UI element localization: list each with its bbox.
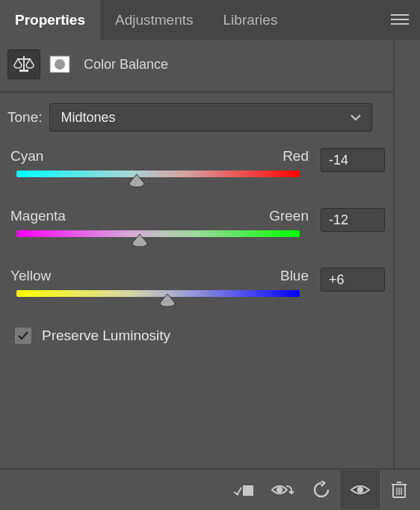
delete-button[interactable] bbox=[380, 470, 419, 509]
divider bbox=[0, 91, 420, 93]
layer-mask-icon-box[interactable] bbox=[46, 51, 73, 78]
adjustment-title: Color Balance bbox=[84, 57, 168, 73]
slider-thumb[interactable] bbox=[129, 174, 145, 191]
reset-icon bbox=[312, 481, 331, 499]
trash-icon bbox=[391, 481, 407, 499]
tab-properties[interactable]: Properties bbox=[0, 0, 100, 40]
svg-point-7 bbox=[55, 59, 65, 70]
mask-icon bbox=[49, 55, 71, 74]
panel-body: Tone: Midtones Cyan Red bbox=[0, 103, 420, 344]
tab-label: Adjustments bbox=[115, 12, 194, 28]
tab-label: Properties bbox=[15, 12, 85, 28]
slider-cyan-red: Cyan Red bbox=[7, 148, 385, 194]
slider-left-label: Magenta bbox=[10, 208, 66, 224]
visibility-button[interactable] bbox=[341, 470, 380, 509]
eye-icon bbox=[350, 482, 371, 497]
svg-rect-8 bbox=[243, 485, 253, 496]
adjustment-header: Color Balance bbox=[0, 40, 420, 91]
reset-button[interactable] bbox=[302, 470, 341, 509]
preserve-luminosity-row: Preserve Luminosity bbox=[15, 328, 413, 344]
svg-rect-5 bbox=[19, 70, 28, 72]
slider-yellow-blue: Yellow Blue bbox=[7, 268, 385, 314]
preserve-luminosity-checkbox[interactable] bbox=[15, 328, 31, 344]
svg-point-9 bbox=[277, 487, 282, 493]
view-previous-state-button[interactable] bbox=[263, 470, 302, 509]
chevron-down-icon bbox=[350, 114, 361, 121]
svg-rect-1 bbox=[391, 19, 409, 20]
tone-row: Tone: Midtones bbox=[7, 103, 413, 132]
panel-footer bbox=[0, 468, 420, 510]
clip-to-layer-button[interactable] bbox=[224, 470, 263, 509]
eye-toggle-icon bbox=[271, 482, 294, 498]
slider-right-label: Green bbox=[269, 208, 309, 224]
clip-icon bbox=[233, 482, 254, 498]
svg-rect-0 bbox=[391, 14, 409, 16]
slider-right-label: Blue bbox=[280, 268, 309, 284]
slider-value-input-yellow-blue[interactable] bbox=[321, 268, 385, 292]
tab-libraries[interactable]: Libraries bbox=[209, 0, 293, 40]
svg-point-10 bbox=[357, 487, 363, 493]
slider-value-input-magenta-green[interactable] bbox=[321, 208, 385, 232]
slider-value-input-cyan-red[interactable] bbox=[321, 148, 385, 172]
check-icon bbox=[18, 331, 28, 340]
panel-tabs: Properties Adjustments Libraries bbox=[0, 0, 420, 40]
tone-value: Midtones bbox=[61, 110, 115, 126]
slider-magenta-green: Magenta Green bbox=[7, 208, 385, 254]
tab-adjustments[interactable]: Adjustments bbox=[100, 0, 209, 40]
slider-thumb[interactable] bbox=[132, 234, 148, 251]
slider-track-magenta-green[interactable] bbox=[7, 229, 309, 254]
panel-menu-button[interactable] bbox=[380, 0, 420, 40]
adjustment-type-icon-box[interactable] bbox=[7, 49, 40, 79]
slider-left-label: Yellow bbox=[10, 268, 51, 284]
tone-label: Tone: bbox=[7, 109, 42, 126]
tone-dropdown[interactable]: Midtones bbox=[49, 103, 372, 132]
svg-rect-3 bbox=[23, 56, 25, 70]
tab-label: Libraries bbox=[223, 12, 278, 28]
preserve-luminosity-label: Preserve Luminosity bbox=[42, 328, 170, 344]
slider-right-label: Red bbox=[282, 148, 309, 165]
slider-thumb[interactable] bbox=[159, 294, 176, 311]
svg-rect-2 bbox=[391, 23, 409, 25]
slider-track-yellow-blue[interactable] bbox=[7, 289, 309, 314]
menu-icon bbox=[391, 14, 409, 26]
balance-scale-icon bbox=[13, 55, 35, 74]
slider-track-cyan-red[interactable] bbox=[7, 169, 309, 194]
sliders-area: Cyan Red Magenta Green bbox=[7, 148, 385, 314]
slider-left-label: Cyan bbox=[10, 148, 43, 165]
